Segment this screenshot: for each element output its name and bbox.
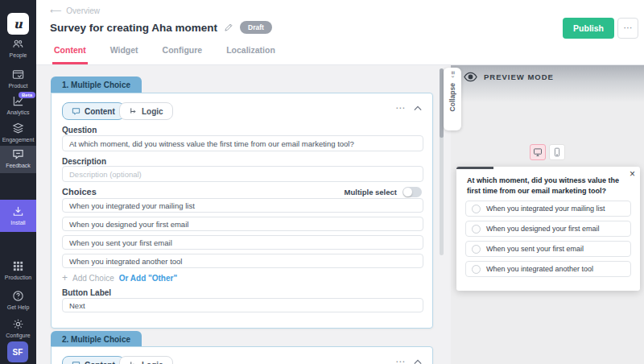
sidebar-item-label: Feedback: [0, 163, 36, 168]
survey-progress-bar: [456, 167, 493, 169]
radio-icon[interactable]: [472, 245, 481, 254]
topbar: ⟵ Overview Survey for creating Aha momen…: [36, 0, 644, 65]
preview-option-2[interactable]: When you designed your first email: [465, 221, 631, 237]
preview-option-label: When you designed your first email: [486, 225, 600, 233]
back-label: Overview: [66, 6, 100, 15]
sidebar-item-label: Get Help: [0, 304, 36, 310]
layers-icon: [0, 122, 36, 134]
question-card-1: Content Logic ⋯ Question Description Cho…: [51, 93, 433, 329]
sidebar-item-configure[interactable]: Configure: [0, 316, 36, 338]
plus-icon: +: [62, 272, 68, 283]
radio-icon[interactable]: [472, 205, 481, 213]
card2-logic-tab[interactable]: Logic: [119, 356, 173, 364]
sidebar-item-label: Production: [0, 275, 36, 280]
preview-option-3[interactable]: When you sent your first email: [465, 241, 631, 257]
logo-letter: u: [14, 17, 23, 31]
card-logic-tab-label: Logic: [142, 107, 163, 116]
desktop-preview-button[interactable]: [530, 144, 546, 160]
sidebar-item-label: People: [0, 52, 36, 58]
card2-content-tab[interactable]: Content: [62, 356, 125, 364]
userpilot-logo[interactable]: u: [7, 13, 29, 35]
beta-badge: Beta: [19, 92, 35, 98]
tab-configure[interactable]: Configure: [161, 45, 204, 64]
sidebar-item-analytics[interactable]: Beta Analytics: [0, 93, 36, 115]
product-icon: [0, 68, 36, 81]
sidebar-item-engagement[interactable]: Engagement: [0, 120, 36, 143]
sidebar-item-label: Install: [0, 220, 36, 225]
sidebar-item-label: Configure: [0, 333, 36, 338]
sidebar-item-people[interactable]: People: [0, 35, 36, 58]
radio-icon[interactable]: [472, 265, 481, 274]
sidebar-item-label: Engagement: [0, 137, 36, 143]
tab-localization[interactable]: Localization: [225, 45, 277, 64]
preview-option-label: When you sent your first email: [486, 245, 584, 253]
tab-widget[interactable]: Widget: [109, 45, 140, 64]
card-more-icon[interactable]: ⋯: [395, 103, 405, 113]
sidebar-item-feedback[interactable]: Feedback: [0, 146, 36, 173]
back-arrow-icon: ⟵: [50, 6, 61, 15]
question-label: Question: [62, 126, 97, 134]
add-choice-row: + Add Choice Or Add "Other": [62, 272, 177, 283]
preview-mode-label: PREVIEW MODE: [484, 72, 554, 81]
question-input[interactable]: [62, 135, 423, 151]
preview-option-label: When you integrated another tool: [486, 265, 593, 273]
step-2-tab[interactable]: 2. Multiple Choice: [51, 331, 142, 347]
download-icon: [0, 205, 36, 217]
collapse-card-icon[interactable]: [414, 359, 422, 364]
title-row: Survey for creating Aha moment Draft: [50, 21, 272, 34]
sidebar-item-get-help[interactable]: Get Help: [0, 287, 36, 310]
app-screen: u People Product Beta Analytics Engageme…: [0, 0, 644, 364]
collapse-panel-button[interactable]: ≡› Collapse: [444, 68, 461, 130]
publish-button[interactable]: Publish: [563, 18, 614, 39]
user-avatar[interactable]: SF: [7, 341, 28, 362]
header-more-button[interactable]: ⋯: [617, 18, 638, 39]
device-toggles: [530, 144, 565, 160]
eye-icon: [464, 72, 477, 82]
edit-pencil-icon[interactable]: [224, 23, 233, 32]
card2-logic-tab-label: Logic: [142, 361, 163, 364]
choice-input-4[interactable]: [62, 254, 423, 268]
logic-icon: [129, 361, 138, 364]
card-more-icon[interactable]: ⋯: [395, 357, 405, 364]
tab-content[interactable]: Content: [52, 45, 88, 64]
feedback-icon: [0, 148, 36, 160]
close-icon[interactable]: ×: [630, 168, 635, 180]
question-card-2: Content Logic ⋯: [51, 346, 433, 364]
sidebar-item-label: Product: [0, 83, 36, 89]
preview-gradient: [451, 65, 644, 102]
choice-input-1[interactable]: [62, 198, 423, 213]
collapse-label: Collapse: [448, 83, 456, 111]
sidebar-item-production[interactable]: Production: [0, 258, 36, 280]
step-1-tab[interactable]: 1. Multiple Choice: [51, 77, 142, 93]
preview-option-1[interactable]: When you integrated your mailing list: [465, 201, 631, 217]
collapse-card-icon[interactable]: [414, 105, 422, 111]
choice-input-2[interactable]: [62, 217, 423, 231]
add-other-button[interactable]: Or Add "Other": [119, 274, 177, 283]
add-choice-button[interactable]: Add Choice: [72, 274, 114, 283]
sidebar: u People Product Beta Analytics Engageme…: [0, 0, 36, 364]
collapse-handle-icons: ≡›: [449, 71, 456, 78]
preview-question: At which moment, did you witness value t…: [456, 167, 640, 196]
mobile-preview-button[interactable]: [549, 144, 565, 160]
radio-icon[interactable]: [472, 225, 481, 234]
help-icon: [0, 290, 36, 302]
gear-icon: [0, 318, 36, 330]
sidebar-item-install[interactable]: Install: [0, 200, 36, 232]
description-input[interactable]: [62, 166, 423, 182]
sidebar-item-product[interactable]: Product: [0, 66, 36, 89]
sidebar-item-label: Analytics: [0, 110, 36, 115]
multiple-select-toggle[interactable]: [402, 187, 422, 197]
grid-icon: [0, 260, 36, 272]
button-label-input[interactable]: [62, 298, 423, 312]
comment-icon: [72, 361, 80, 364]
multiple-select-row: Multiple select: [345, 187, 422, 197]
toggle-knob: [403, 188, 412, 196]
editor-tabs: Content Widget Configure Localization: [52, 45, 298, 64]
back-link[interactable]: ⟵ Overview: [50, 6, 100, 15]
choice-input-3[interactable]: [62, 235, 423, 250]
preview-panel: ≡› Collapse PREVIEW MODE × At which mome…: [451, 65, 644, 364]
survey-preview-card: × At which moment, did you witness value…: [456, 167, 640, 291]
card-content-tab[interactable]: Content: [62, 102, 125, 120]
preview-option-4[interactable]: When you integrated another tool: [465, 261, 631, 277]
card-logic-tab[interactable]: Logic: [119, 102, 173, 120]
